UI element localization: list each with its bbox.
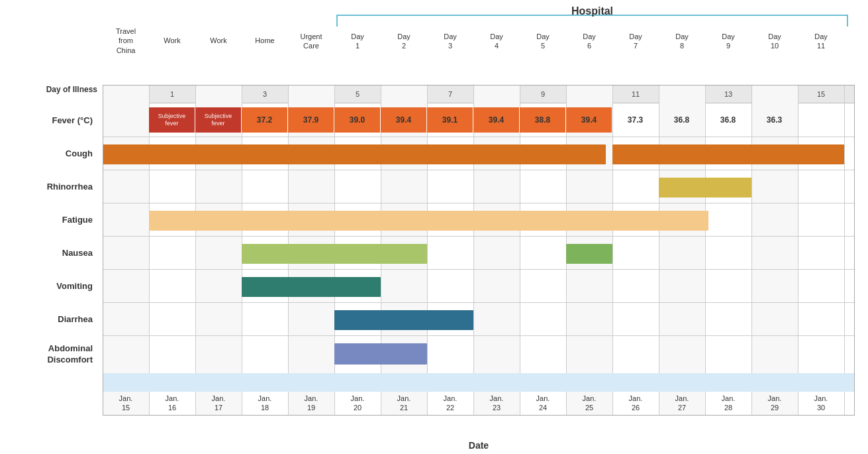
col-header-9: Day5 xyxy=(520,32,566,51)
date-label-3: Jan.18 xyxy=(242,394,288,413)
date-label-14: Jan.29 xyxy=(751,394,798,413)
col-header-7: Day3 xyxy=(427,32,473,51)
col-header-10: Day6 xyxy=(566,32,612,51)
date-label-12: Jan.27 xyxy=(659,394,705,413)
col-header-14: Day10 xyxy=(751,32,798,51)
date-label-6: Jan.21 xyxy=(381,394,427,413)
col-header-6: Day2 xyxy=(381,32,427,51)
chart-container: Day of Illness Hospital TravelfromChina … xyxy=(0,0,868,454)
diarrhea-bar xyxy=(334,310,473,330)
row-label-fatigue: Fatigue xyxy=(0,203,99,236)
fever-val-col5: 39.0 xyxy=(334,107,380,133)
date-label-8: Jan.23 xyxy=(473,394,520,413)
fever-val-col8: 39.4 xyxy=(473,107,519,133)
col-header-1: Work xyxy=(149,36,195,44)
row-label-nausea: Nausea xyxy=(0,236,99,269)
date-label-1: Jan.16 xyxy=(149,394,195,413)
fever-val-col6: 39.4 xyxy=(381,107,426,133)
date-label-11: Jan.26 xyxy=(612,394,659,413)
fever-val-col12: 36.8 xyxy=(659,107,704,133)
fever-val-col14: 36.3 xyxy=(751,107,797,133)
hospital-label: Hospital xyxy=(336,5,848,17)
row-label-cough: Cough xyxy=(0,137,99,170)
cough-bar-2 xyxy=(612,144,844,164)
fever-val-col7: 39.1 xyxy=(427,107,473,133)
col-header-11: Day7 xyxy=(612,32,659,51)
date-label-15: Jan.30 xyxy=(798,394,844,413)
fever-val-col11: 37.3 xyxy=(612,107,658,133)
fever-subjective-1: Subjectivefever xyxy=(149,107,195,133)
x-axis-label: Date xyxy=(103,440,855,451)
col-header-0: TravelfromChina xyxy=(103,27,149,55)
date-label-13: Jan.28 xyxy=(705,394,751,413)
rhinorrhea-bar xyxy=(659,178,751,198)
day-of-illness-label: Day of Illness xyxy=(7,85,103,94)
date-row xyxy=(103,373,855,392)
vomiting-bar xyxy=(242,277,381,297)
fever-val-col9: 38.8 xyxy=(520,107,565,133)
fatigue-bar xyxy=(149,211,708,231)
col-header-2: Work xyxy=(195,36,242,44)
col-header-8: Day4 xyxy=(473,32,520,51)
date-label-0: Jan.15 xyxy=(103,394,149,413)
fever-val-col3: 37.2 xyxy=(242,107,287,133)
fever-val-col10: 39.4 xyxy=(566,107,612,133)
fever-subjective-2: Subjectivefever xyxy=(195,107,241,133)
cough-bar-1 xyxy=(103,144,606,164)
nausea-bar-2 xyxy=(566,244,612,264)
col-header-4: UrgentCare xyxy=(288,32,334,51)
date-label-5: Jan.20 xyxy=(334,394,381,413)
fever-val-col13: 36.8 xyxy=(705,107,751,133)
row-label-fever: Fever (°C) xyxy=(0,103,99,137)
grid-lines xyxy=(103,85,855,416)
row-label-diarrhea: Diarrhea xyxy=(0,302,99,335)
col-header-15: Day11 xyxy=(798,32,844,51)
row-label-abdominal: AbdominalDiscomfort xyxy=(0,335,99,373)
nausea-bar-1 xyxy=(242,244,427,264)
row-label-vomiting: Vomiting xyxy=(0,269,99,302)
col-header-12: Day8 xyxy=(659,32,705,51)
col-header-13: Day9 xyxy=(705,32,751,51)
fever-val-col4: 37.9 xyxy=(288,107,334,133)
col-header-3: Home xyxy=(242,36,288,44)
date-label-9: Jan.24 xyxy=(520,394,566,413)
date-label-4: Jan.19 xyxy=(288,394,334,413)
col-header-5: Day1 xyxy=(334,32,381,51)
row-label-rhinorrhea: Rhinorrhea xyxy=(0,170,99,203)
date-label-2: Jan.17 xyxy=(195,394,242,413)
abdominal-bar xyxy=(334,343,427,365)
date-label-7: Jan.22 xyxy=(427,394,473,413)
date-label-10: Jan.25 xyxy=(566,394,612,413)
